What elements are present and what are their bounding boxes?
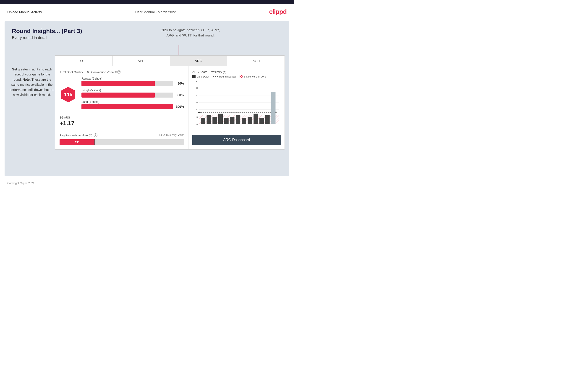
svg-text:15: 15 bbox=[196, 101, 198, 104]
bar-rough-track bbox=[81, 92, 173, 98]
page-title: Round Insights... (Part 3) bbox=[12, 28, 282, 35]
chart-area: 0 5 10 15 20 25 30 bbox=[192, 81, 281, 132]
tab-arg[interactable]: ARG bbox=[170, 56, 227, 66]
bar-sand-fill bbox=[81, 104, 173, 109]
svg-rect-33 bbox=[259, 118, 264, 124]
svg-rect-25 bbox=[212, 117, 217, 124]
bar-sand: Sand (1 shots) 100% bbox=[81, 100, 184, 109]
sg-label: SG ARG bbox=[60, 116, 184, 119]
left-desc-note: Note: bbox=[23, 78, 31, 81]
svg-text:25: 25 bbox=[196, 87, 198, 89]
svg-rect-30 bbox=[242, 118, 246, 124]
legend-round-avg-label: Round Average bbox=[219, 75, 237, 78]
bars-section: Fairway (5 shots) 80% Rough (5 shots) bbox=[81, 77, 184, 112]
tab-app[interactable]: APP bbox=[112, 56, 170, 66]
pga-avg: ↑ PGA Tour Avg: 7'10" bbox=[157, 133, 184, 137]
proximity-bar-track: 77' bbox=[60, 139, 184, 145]
hex-value: 115 bbox=[64, 92, 73, 98]
footer: Copyright Clippd 2021 bbox=[0, 178, 294, 188]
hex-score: 115 bbox=[60, 86, 77, 103]
proximity-value: 77' bbox=[75, 141, 79, 144]
bar-sand-pct: 100% bbox=[175, 105, 184, 108]
dashboard-button[interactable]: ARG Dashboard bbox=[192, 135, 281, 145]
bar-rough-fill bbox=[81, 92, 155, 98]
header-divider bbox=[7, 19, 286, 19]
svg-rect-34 bbox=[265, 115, 270, 124]
svg-rect-24 bbox=[207, 115, 211, 124]
legend-conversion-label: 6 ft conversion zone bbox=[244, 75, 266, 78]
top-bar bbox=[0, 0, 294, 4]
nav-hint-line1: Click to navigate between 'OTT', 'APP', bbox=[161, 28, 220, 33]
arg-shot-quality-label: ARG Shot Quality bbox=[60, 70, 83, 74]
proximity-cursor bbox=[95, 139, 95, 145]
card-left: ARG Shot Quality 6ft Conversion Zone % ?… bbox=[55, 66, 189, 149]
svg-text:20: 20 bbox=[196, 94, 198, 97]
header: Upload Manual Activity User Manual - Mar… bbox=[0, 4, 294, 19]
bar-sand-track bbox=[81, 104, 173, 109]
svg-rect-23 bbox=[201, 118, 205, 124]
card-body: ARG Shot Quality 6ft Conversion Zone % ?… bbox=[55, 66, 285, 149]
manual-label: User Manual - March 2022 bbox=[135, 10, 176, 14]
nav-hint: Click to navigate between 'OTT', 'APP', … bbox=[161, 28, 220, 38]
legend-updown-label: Up & Down bbox=[197, 75, 209, 78]
score-row: 115 Fairway (5 shots) 80% bbox=[60, 77, 184, 112]
page-title-group: Round Insights... (Part 3) Every round i… bbox=[12, 28, 282, 40]
svg-text:5: 5 bbox=[197, 116, 198, 118]
section-header: ARG Shot Quality 6ft Conversion Zone % ? bbox=[60, 70, 184, 74]
svg-rect-27 bbox=[224, 118, 229, 124]
bar-rough: Rough (5 shots) 80% bbox=[81, 89, 184, 98]
copyright: Copyright Clippd 2021 bbox=[7, 182, 35, 185]
chart-title: ARG Shots - Proximity (ft) bbox=[192, 70, 227, 74]
sg-value: +1.17 bbox=[60, 120, 184, 127]
proximity-bar-fill: 77' bbox=[60, 139, 95, 145]
main-card: OTT APP ARG PUTT ARG Shot Quality 6ft Co… bbox=[55, 55, 285, 150]
upload-label: Upload Manual Activity bbox=[7, 10, 42, 14]
legend-round-avg: Round Average bbox=[213, 75, 237, 78]
main-content: Round Insights... (Part 3) Every round i… bbox=[5, 21, 289, 176]
svg-marker-21 bbox=[198, 111, 201, 113]
chart-header: ARG Shots - Proximity (ft) Up & Down Rou… bbox=[192, 70, 281, 78]
nav-hint-line2: 'ARG' and 'PUTT' for that round. bbox=[161, 33, 220, 38]
proximity-title: Avg Proximity to Hole (ft) ? bbox=[60, 133, 97, 137]
page-subtitle: Every round in detail bbox=[12, 36, 282, 40]
help-icon[interactable]: ? bbox=[117, 70, 121, 74]
proximity-label: Avg Proximity to Hole (ft) bbox=[60, 133, 92, 137]
proximity-help-icon[interactable]: ? bbox=[94, 133, 97, 137]
legend-conversion: 6 ft conversion zone bbox=[240, 75, 266, 78]
svg-rect-31 bbox=[248, 117, 252, 124]
left-description: Get greater insight into each facet of y… bbox=[9, 67, 55, 97]
tabs: OTT APP ARG PUTT bbox=[55, 56, 285, 66]
svg-rect-28 bbox=[230, 117, 234, 124]
bar-rough-pct: 80% bbox=[175, 93, 184, 97]
svg-rect-26 bbox=[218, 114, 223, 124]
tab-putt[interactable]: PUTT bbox=[227, 56, 285, 66]
proximity-section: Avg Proximity to Hole (ft) ? ↑ PGA Tour … bbox=[60, 130, 184, 145]
svg-text:30: 30 bbox=[196, 81, 198, 83]
bar-rough-label: Rough (5 shots) bbox=[81, 89, 184, 92]
logo: clippd bbox=[269, 8, 286, 16]
tab-ott[interactable]: OTT bbox=[55, 56, 112, 66]
svg-text:0: 0 bbox=[197, 123, 198, 125]
bar-fairway-fill bbox=[81, 81, 155, 86]
bar-fairway-track bbox=[81, 81, 173, 86]
sg-section: SG ARG +1.17 bbox=[60, 116, 184, 127]
proximity-header: Avg Proximity to Hole (ft) ? ↑ PGA Tour … bbox=[60, 133, 184, 137]
legend-conversion-icon bbox=[240, 75, 243, 78]
legend-updown: Up & Down bbox=[192, 75, 209, 78]
bar-fairway-pct: 80% bbox=[175, 82, 184, 85]
svg-rect-35 bbox=[271, 92, 275, 124]
svg-rect-32 bbox=[253, 114, 258, 124]
bar-fairway-label: Fairway (5 shots) bbox=[81, 77, 184, 80]
bar-fairway: Fairway (5 shots) 80% bbox=[81, 77, 184, 86]
legend-updown-icon bbox=[192, 75, 196, 78]
chart-legend: Up & Down Round Average 6 ft conversion … bbox=[192, 75, 267, 78]
svg-rect-29 bbox=[236, 115, 240, 124]
svg-text:10: 10 bbox=[196, 108, 198, 111]
legend-round-avg-icon bbox=[213, 76, 218, 77]
bar-sand-label: Sand (1 shots) bbox=[81, 100, 184, 103]
card-right: ARG Shots - Proximity (ft) Up & Down Rou… bbox=[189, 66, 285, 149]
conversion-zone-label: 6ft Conversion Zone % bbox=[87, 70, 117, 74]
